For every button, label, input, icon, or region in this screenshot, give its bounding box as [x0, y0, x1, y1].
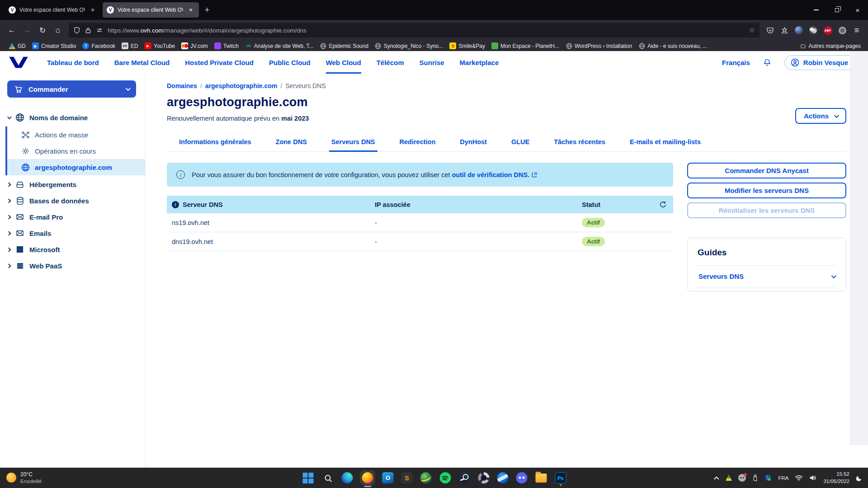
- url-text[interactable]: https://www.ovh.com/manager/web/#/domain…: [108, 27, 745, 34]
- nav-tableau-de-bord[interactable]: Tableau de bord: [47, 51, 99, 74]
- language-selector[interactable]: Français: [722, 59, 750, 66]
- extension-avatar-icon[interactable]: [792, 23, 806, 37]
- sidebar-item-hebergements[interactable]: Hébergements: [0, 176, 145, 192]
- sidebar-item-bases-de-donnees[interactable]: Bases de données: [0, 192, 145, 209]
- account-circle-icon[interactable]: [835, 23, 849, 37]
- obs-icon[interactable]: [478, 472, 490, 483]
- file-explorer-icon[interactable]: [535, 472, 547, 484]
- sublime-text-icon[interactable]: S: [401, 472, 413, 483]
- lock-icon[interactable]: [85, 27, 91, 34]
- discord-icon[interactable]: [516, 472, 528, 483]
- weather-widget[interactable]: 20°C Ensoleillé: [0, 471, 42, 485]
- browser-tab-active[interactable]: V Votre espace client Web OVHclo ×: [103, 2, 199, 18]
- home-button[interactable]: ⌂: [51, 23, 65, 38]
- bookmark-item[interactable]: fFacebook: [79, 42, 118, 50]
- sidebar-item-argesphotographie[interactable]: argesphotographie.com: [7, 159, 145, 175]
- search-icon[interactable]: [322, 472, 334, 484]
- battle-net-icon[interactable]: [497, 472, 509, 483]
- steam-icon[interactable]: [459, 472, 471, 483]
- tab-glue[interactable]: GLUE: [499, 133, 542, 151]
- tracking-shield-icon[interactable]: [73, 27, 80, 34]
- tab-taches-recentes[interactable]: Tâches récentes: [542, 133, 618, 151]
- photoshop-icon[interactable]: Ps: [555, 472, 566, 483]
- actions-button[interactable]: Actions: [795, 108, 846, 124]
- bookmark-item[interactable]: COAnalyse de site Web, T...: [242, 42, 317, 50]
- bookmark-item[interactable]: GD: [5, 42, 29, 50]
- discord-tray-icon[interactable]: [738, 474, 746, 482]
- commander-dns-anycast-button[interactable]: Commander DNS Anycast: [687, 163, 846, 178]
- notifications-bell-icon[interactable]: [763, 58, 772, 67]
- info-icon[interactable]: i: [172, 201, 179, 208]
- sidebar-item-emails[interactable]: Emails: [0, 225, 145, 241]
- reinitialiser-serveurs-dns-button[interactable]: Réinitialiser les serveurs DNS: [687, 202, 846, 218]
- tab-dynhost[interactable]: DynHost: [448, 133, 499, 151]
- browser-tab[interactable]: V Votre espace client Web OVHclo ×: [5, 2, 101, 18]
- nav-sunrise[interactable]: Sunrise: [420, 51, 444, 74]
- usb-icon[interactable]: [752, 474, 758, 482]
- start-button[interactable]: [302, 472, 314, 484]
- adblock-plus-icon[interactable]: ABP: [821, 23, 835, 37]
- nav-hosted-private-cloud[interactable]: Hosted Private Cloud: [185, 51, 254, 74]
- close-button[interactable]: ×: [847, 0, 868, 20]
- tab-redirection[interactable]: Redirection: [387, 133, 448, 151]
- tab-zone-dns[interactable]: Zone DNS: [264, 133, 319, 151]
- bookmark-tray-icon[interactable]: [778, 23, 791, 37]
- pocket-icon[interactable]: [763, 23, 777, 37]
- user-account-button[interactable]: Robin Vesque: [784, 55, 856, 70]
- bookmark-item[interactable]: Aide - e suis nouveau, ...: [635, 42, 710, 50]
- sidebar-item-operations-en-cours[interactable]: Opérations en cours: [7, 143, 145, 159]
- firefox-icon[interactable]: [362, 472, 373, 483]
- sidebar-item-actions-de-masse[interactable]: Actions de masse: [7, 127, 145, 143]
- reload-button[interactable]: ↻: [35, 23, 50, 38]
- nav-public-cloud[interactable]: Public Cloud: [269, 51, 311, 74]
- bookmark-item[interactable]: Epidemic Sound: [316, 42, 371, 50]
- volume-icon[interactable]: [809, 474, 817, 481]
- dns-verification-link[interactable]: outil de vérification DNS.: [452, 171, 530, 178]
- commander-button[interactable]: Commander: [7, 80, 136, 98]
- nav-bare-metal-cloud[interactable]: Bare Metal Cloud: [114, 51, 170, 74]
- tab-serveurs-dns[interactable]: Serveurs DNS: [319, 133, 387, 151]
- windows-security-icon[interactable]: [764, 474, 772, 482]
- sidebar-item-email-pro[interactable]: E-mail Pro: [0, 209, 145, 225]
- wifi-icon[interactable]: [795, 475, 803, 481]
- extension-spheres-icon[interactable]: [807, 23, 820, 37]
- other-bookmarks-button[interactable]: Autres marque-pages: [797, 42, 863, 50]
- sidebar-item-web-paas[interactable]: Web PaaS: [0, 258, 145, 274]
- earth-app-icon[interactable]: [420, 472, 432, 483]
- tray-chevron-up-icon[interactable]: [714, 476, 719, 481]
- restore-button[interactable]: [826, 0, 847, 20]
- outlook-icon[interactable]: O: [382, 472, 394, 483]
- sidebar-item-noms-de-domaine[interactable]: Noms de domaine: [0, 109, 145, 126]
- bookmark-item[interactable]: WordPress › Installation: [562, 42, 635, 50]
- bookmark-item[interactable]: Synologie_Nico - Syno...: [372, 42, 446, 50]
- modifier-serveurs-dns-button[interactable]: Modifier les serveurs DNS: [687, 183, 846, 198]
- edge-icon[interactable]: [342, 472, 353, 483]
- tab-close-icon[interactable]: ×: [187, 6, 195, 14]
- spotify-icon[interactable]: [439, 472, 452, 484]
- flask-app-icon[interactable]: [726, 475, 732, 481]
- bookmark-item[interactable]: JV.com: [178, 42, 211, 50]
- nav-web-cloud[interactable]: Web Cloud: [326, 51, 361, 74]
- new-tab-button[interactable]: +: [200, 3, 214, 17]
- bookmark-item[interactable]: SSmile&Pay: [446, 42, 488, 50]
- permissions-icon[interactable]: [96, 27, 103, 33]
- bookmark-star-icon[interactable]: ☆: [749, 26, 755, 34]
- bookmark-item[interactable]: ▶YouTube: [142, 42, 178, 50]
- back-button[interactable]: ←: [5, 23, 19, 38]
- tab-informations-generales[interactable]: Informations générales: [167, 133, 264, 151]
- url-bar[interactable]: https://www.ovh.com/manager/web/#/domain…: [69, 23, 760, 38]
- forward-button[interactable]: →: [20, 23, 34, 38]
- tab-emails-mailing-lists[interactable]: E-mails et mailing-lists: [618, 133, 713, 151]
- tab-close-icon[interactable]: ×: [89, 6, 97, 14]
- clock[interactable]: 15:52 31/05/2022: [823, 471, 849, 485]
- sidebar-item-microsoft[interactable]: Microsoft: [0, 241, 145, 258]
- breadcrumb-domain[interactable]: argesphotographie.com: [205, 82, 277, 89]
- nav-telecom[interactable]: Télécom: [377, 51, 404, 74]
- refresh-icon[interactable]: [659, 201, 673, 208]
- breadcrumb-domaines[interactable]: Domaines: [167, 82, 197, 89]
- bookmark-item[interactable]: Twitch: [211, 42, 242, 50]
- bookmark-item[interactable]: EDED: [118, 42, 142, 50]
- nav-marketplace[interactable]: Marketplace: [460, 51, 499, 74]
- bookmark-item[interactable]: Mon Espace - PlanetH...: [488, 42, 562, 50]
- night-light-moon-icon[interactable]: [856, 474, 863, 482]
